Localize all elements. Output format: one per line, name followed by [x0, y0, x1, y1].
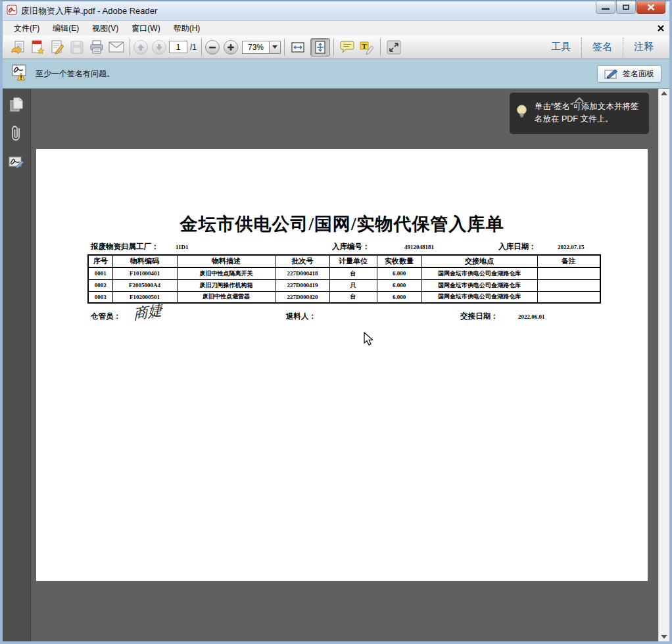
zoom-level-value[interactable]: 73%	[242, 41, 270, 54]
keeper-signature: 商婕	[133, 300, 162, 325]
table-row: 0003 F102000501 废旧中性点避雷器 227D000420 台 6.…	[88, 291, 600, 303]
cell-seq: 0001	[88, 267, 112, 279]
handover-date-label: 交接日期：	[460, 311, 498, 321]
header-material-code: 物料编码	[112, 255, 177, 267]
page-thumbnails-icon[interactable]	[7, 95, 26, 114]
sign-hint-text: 单击“签名”可添加文本并将签名放在 PDF 文件上。	[535, 102, 638, 124]
factory-label: 报废物资归属工厂：	[91, 242, 159, 252]
cell-material-desc: 废旧中性点隔离开关	[177, 267, 276, 279]
chevron-down-icon	[272, 45, 277, 49]
comment-bubble-icon[interactable]	[337, 38, 357, 57]
menu-edit[interactable]: 编辑(E)	[47, 22, 85, 35]
cell-batch-no: 227D000419	[276, 279, 329, 291]
page-number-input[interactable]	[169, 41, 187, 53]
menu-file[interactable]: 文件(F)	[8, 22, 45, 35]
cell-unit: 只	[329, 279, 377, 291]
create-pdf-icon[interactable]	[28, 38, 47, 57]
minimize-button[interactable]	[596, 1, 615, 14]
menu-bar: 文件(F) 编辑(E) 视图(V) 窗口(W) 帮助(H)	[3, 21, 669, 35]
previous-page-icon[interactable]	[133, 40, 148, 55]
header-remarks: 备注	[537, 255, 600, 267]
open-icon[interactable]	[8, 38, 28, 57]
navigation-sidebar	[3, 89, 31, 641]
pdf-app-icon	[7, 5, 17, 18]
restore-button[interactable]	[616, 1, 636, 14]
svg-text:T: T	[362, 41, 367, 49]
cell-material-desc: 废旧中性点避雷器	[177, 291, 276, 303]
zoom-out-icon[interactable]	[205, 40, 220, 55]
cell-unit: 台	[329, 267, 377, 279]
sign-button[interactable]: 签名	[582, 39, 623, 55]
cell-quantity: 6.000	[377, 279, 421, 291]
header-seq: 序号	[88, 255, 112, 267]
table-row: 0002 F2005000A4 废旧刀闸操作机构箱 227D000419 只 6…	[88, 279, 600, 291]
cell-quantity: 6.000	[377, 291, 421, 303]
keeper-label: 仓管员：	[91, 311, 121, 321]
window-controls	[596, 1, 665, 20]
email-icon[interactable]	[107, 38, 126, 57]
signature-message-bar: 至少一个签名有问题。 签名面板	[3, 59, 669, 89]
window-title: 废旧物资入库单.pdf - Adobe Reader	[21, 5, 596, 17]
header-quantity: 实收数量	[377, 255, 421, 267]
signatures-icon[interactable]	[7, 153, 26, 172]
header-material-desc: 物料描述	[177, 255, 276, 267]
handover-date-value: 2022.06.01	[518, 313, 545, 320]
factory-value: 11D1	[176, 244, 189, 250]
chevron-up-icon[interactable]	[575, 94, 584, 106]
receipt-date-value: 2022.07.15	[558, 244, 585, 250]
cell-quantity: 6.000	[377, 267, 421, 279]
cell-material-desc: 废旧刀闸操作机构箱	[177, 279, 276, 291]
receipt-number-value: 4912048181	[404, 244, 434, 250]
fit-width-icon[interactable]	[288, 38, 308, 57]
sign-document-icon[interactable]	[47, 38, 67, 57]
cell-remarks	[537, 291, 600, 303]
signature-warning-text: 至少一个签名有问题。	[36, 68, 114, 80]
form-title: 金坛市供电公司/国网/实物代保管入库单	[36, 212, 648, 236]
cell-remarks	[537, 279, 600, 291]
receipt-date-label: 入库日期：	[498, 242, 537, 252]
main-area: 金坛市供电公司/国网/实物代保管入库单 报废物资归属工厂： 11D1 入库编号：…	[3, 89, 669, 641]
close-button[interactable]	[636, 1, 665, 14]
zoom-dropdown-button[interactable]	[270, 41, 281, 54]
fit-page-icon[interactable]	[310, 38, 330, 57]
zoom-in-icon[interactable]	[224, 40, 238, 55]
menubar-close-icon[interactable]	[658, 25, 664, 32]
comment-button[interactable]: 注释	[623, 39, 664, 55]
cell-seq: 0002	[88, 279, 112, 291]
cell-location: 国网金坛市供电公司金湖路仓库	[421, 279, 537, 291]
toolbar: /1 73% T 工具	[3, 35, 669, 59]
menu-view[interactable]: 视图(V)	[86, 22, 124, 35]
save-icon[interactable]	[67, 38, 87, 57]
form-meta-row: 报废物资归属工厂： 11D1 入库编号： 4912048181 入库日期： 20…	[36, 242, 648, 252]
fullscreen-icon[interactable]	[384, 38, 404, 57]
cell-material-code: F101000401	[112, 267, 177, 279]
cell-material-code: F102000501	[112, 291, 177, 303]
menu-window[interactable]: 窗口(W)	[126, 22, 166, 35]
signature-warning-icon	[11, 63, 29, 84]
pen-icon	[604, 68, 619, 79]
adobe-reader-window: 废旧物资入库单.pdf - Adobe Reader 文件(F) 编辑(E) 视…	[0, 0, 672, 644]
document-viewport[interactable]: 金坛市供电公司/国网/实物代保管入库单 报废物资归属工厂： 11D1 入库编号：…	[31, 89, 658, 641]
cell-seq: 0003	[88, 291, 112, 303]
menu-help[interactable]: 帮助(H)	[168, 22, 206, 35]
cell-material-code: F2005000A4	[112, 279, 177, 291]
text-highlight-icon[interactable]: T	[357, 38, 377, 57]
tools-button[interactable]: 工具	[540, 39, 581, 55]
signature-panel-label: 签名面板	[623, 68, 654, 80]
sign-hint-tooltip: 单击“签名”可添加文本并将签名放在 PDF 文件上。	[510, 93, 649, 134]
zoom-level-control: 73%	[242, 41, 281, 54]
attachments-icon[interactable]	[7, 124, 26, 143]
mouse-cursor	[364, 332, 374, 346]
vertical-scrollbar[interactable]	[658, 89, 669, 641]
cell-batch-no: 227D000418	[276, 267, 329, 279]
scroll-up-icon[interactable]	[661, 91, 667, 95]
scroll-down-icon[interactable]	[661, 635, 667, 639]
print-icon[interactable]	[87, 38, 107, 57]
next-page-icon[interactable]	[152, 40, 166, 55]
lightbulb-icon	[516, 104, 527, 124]
cell-location: 国网金坛市供电公司金湖路仓库	[421, 291, 537, 303]
close-icon	[647, 4, 655, 11]
signature-panel-button[interactable]: 签名面板	[597, 65, 661, 83]
receipt-number-label: 入库编号：	[332, 242, 370, 252]
minimize-icon	[602, 8, 610, 10]
